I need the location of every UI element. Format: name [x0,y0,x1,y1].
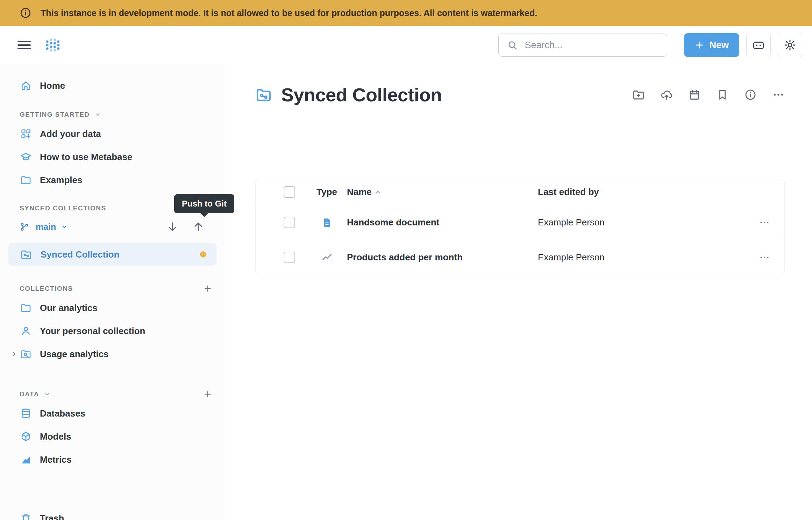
database-icon [20,408,31,419]
sidebar-toggle-icon[interactable] [17,40,31,50]
item-last-edited-by: Example Person [538,252,744,263]
column-header-last-edited[interactable]: Last edited by [538,187,744,197]
section-title: DATA [20,390,39,398]
sidebar-item-examples[interactable]: Examples [0,168,225,192]
calendar-icon[interactable] [688,88,701,101]
sidebar-item-label: How to use Metabase [40,152,132,162]
row-menu-icon[interactable] [744,217,784,228]
sidebar-item-personal-collection[interactable]: Your personal collection [0,319,225,342]
folder-icon [20,302,31,313]
add-data-plus-icon[interactable] [203,390,212,399]
plus-icon [695,40,704,50]
home-icon [20,80,31,91]
chevron-right-icon[interactable] [10,351,17,358]
select-all-checkbox[interactable] [284,186,295,198]
chevron-down-icon[interactable] [61,223,68,230]
info-icon [20,7,31,19]
document-icon [307,217,347,228]
table-row[interactable]: Products added per month Example Person [256,240,784,275]
line-chart-icon [307,252,347,263]
section-title: GETTING STARTED [20,111,90,118]
push-to-git-button[interactable] [191,219,206,234]
sidebar-item-databases[interactable]: Databases [0,402,225,425]
sidebar-item-label: Add your data [40,129,101,139]
sidebar-item-label: Examples [40,175,82,186]
push-to-git-tooltip: Push to Git [174,194,234,213]
sidebar-item-label: Usage analytics [40,349,109,360]
sidebar-item-how-to-use[interactable]: How to use Metabase [0,145,225,168]
graduation-cap-icon [20,151,31,162]
main-content: Synced Collection [225,64,812,520]
sidebar-item-home[interactable]: Home [0,73,225,98]
settings-button[interactable] [778,33,802,57]
section-getting-started[interactable]: GETTING STARTED [0,107,225,122]
banner-text: This instance is in development mode. It… [41,8,537,18]
sidebar-item-label: Our analytics [40,303,98,313]
collection-actions [632,88,785,101]
item-name[interactable]: Products added per month [347,252,538,263]
person-icon [20,325,31,337]
sidebar-item-add-your-data[interactable]: Add your data [0,122,225,145]
search-input[interactable] [524,39,658,51]
more-menu-icon[interactable] [772,88,785,101]
page-title: Synced Collection [281,84,442,106]
search-bar[interactable] [498,34,667,57]
metabase-logo[interactable] [45,37,61,53]
dev-mode-banner: This instance is in development mode. It… [0,0,812,26]
bookmark-icon[interactable] [716,88,729,101]
sidebar-item-synced-collection[interactable]: Synced Collection [8,243,216,266]
sidebar-item-models[interactable]: Models [0,425,225,448]
synced-collection-icon [255,86,272,103]
sidebar-item-our-analytics[interactable]: Our analytics [0,296,225,319]
chevron-down-icon [44,391,50,397]
new-collection-icon[interactable] [632,88,645,101]
section-collections: COLLECTIONS [0,281,225,296]
add-collection-icon[interactable] [203,284,212,293]
sidebar-item-label: Your personal collection [40,326,145,337]
sidebar-item-label: Databases [40,408,85,419]
sort-asc-icon [375,189,381,195]
row-checkbox[interactable] [284,252,295,263]
upload-icon[interactable] [660,88,673,101]
search-icon [507,40,518,50]
section-title: COLLECTIONS [20,285,73,292]
folder-icon [20,174,31,186]
pull-from-git-button[interactable] [165,219,180,234]
info-icon[interactable] [744,88,757,101]
chevron-down-icon [95,111,101,118]
tooltip-text: Push to Git [182,199,227,208]
sidebar-item-metrics[interactable]: Metrics [0,448,225,471]
section-title: SYNCED COLLECTIONS [20,204,106,212]
usage-analytics-icon [20,348,31,360]
sidebar: Home GETTING STARTED Add your data [0,64,225,520]
sidebar-item-label: Home [40,80,65,91]
row-menu-icon[interactable] [744,252,784,263]
column-header-type[interactable]: Type [307,187,347,197]
new-button-label: New [709,40,729,51]
item-last-edited-by: Example Person [538,217,744,228]
sidebar-item-label: Synced Collection [41,249,119,260]
trash-icon [20,513,31,520]
gear-icon [784,39,796,51]
collection-items-table: Type Name Last edited by [255,179,785,275]
unsynced-changes-dot [200,251,206,258]
sidebar-item-label: Trash [40,513,64,520]
sidebar-item-label: Models [40,431,71,442]
section-data[interactable]: DATA [0,387,225,402]
item-name[interactable]: Handsome document [347,217,538,228]
branch-name[interactable]: main [36,222,56,232]
table-row[interactable]: Handsome document Example Person [256,205,784,240]
model-cube-icon [20,431,31,442]
new-button[interactable]: New [684,33,739,57]
sidebar-item-label: Metrics [40,454,72,465]
add-data-icon [20,128,31,139]
sidebar-item-trash[interactable]: Trash [0,506,225,520]
git-branch-row: main [0,216,225,238]
metric-icon [20,454,31,465]
metabot-button[interactable] [746,33,771,57]
git-branch-icon [20,222,29,232]
row-checkbox[interactable] [284,217,295,228]
column-header-name-label: Name [347,187,372,197]
column-header-name[interactable]: Name [347,187,538,197]
sidebar-item-usage-analytics[interactable]: Usage analytics [0,342,225,366]
